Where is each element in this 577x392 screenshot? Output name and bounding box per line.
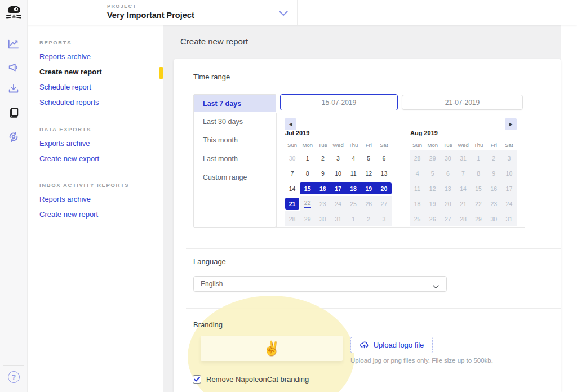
- nav-section-title-data-exports: DATA EXPORTS: [27, 126, 163, 132]
- analytics-chart-icon[interactable]: [7, 37, 20, 51]
- sidebar-item-inbox-create-new-report[interactable]: Create new report: [27, 207, 163, 222]
- page-title: Create new report: [180, 37, 248, 46]
- victory-hand-emoji: ✌: [263, 341, 280, 355]
- calendar-day[interactable]: 20: [376, 181, 392, 196]
- calendar-day[interactable]: 21: [285, 196, 300, 211]
- calendar-day[interactable]: 15: [300, 181, 315, 196]
- calendar-day: 23: [486, 196, 501, 211]
- upload-logo-button[interactable]: Upload logo file: [350, 337, 433, 353]
- calendar-day[interactable]: 16: [315, 181, 330, 196]
- calendar-day: 30: [285, 150, 300, 166]
- calendar-day[interactable]: 10: [330, 166, 345, 181]
- calendar-day: 5: [425, 166, 440, 181]
- megaphone-icon[interactable]: [7, 61, 20, 74]
- day-of-week-header: Fri: [361, 140, 376, 150]
- calendar-day: 14: [455, 181, 471, 196]
- calendar-day[interactable]: 12: [361, 166, 376, 181]
- date-from-input[interactable]: 15-07-2019: [280, 94, 398, 110]
- calendar-day: 29: [425, 150, 440, 166]
- napoleoncat-logo[interactable]: [0, 0, 27, 25]
- calendar-day[interactable]: 13: [376, 166, 392, 181]
- calendar-day[interactable]: 7: [285, 166, 300, 181]
- language-select[interactable]: English: [193, 276, 447, 292]
- calendar-day: 24: [501, 196, 517, 211]
- calendar-day: 31: [501, 211, 517, 226]
- calendar-day[interactable]: 18: [346, 181, 361, 196]
- sidebar-item-inbox-reports-archive[interactable]: Reports archive: [27, 191, 163, 207]
- calendar-day[interactable]: 8: [300, 166, 315, 181]
- tab-last-7-days[interactable]: Last 7 days: [194, 95, 276, 112]
- remove-branding-checkbox-row[interactable]: Remove NapoleonCat branding: [193, 375, 309, 384]
- calendar-day: 22: [471, 196, 486, 211]
- report-form-card: Time range Last 7 days Last 30 days This…: [174, 59, 561, 392]
- sidebar-item-exports-archive[interactable]: Exports archive: [27, 136, 163, 151]
- sidebar-item-reports-archive[interactable]: Reports archive: [27, 49, 163, 64]
- calendar-day[interactable]: 14: [285, 181, 300, 196]
- calendar-day[interactable]: 17: [330, 181, 345, 196]
- calendar-grid-aug: SunMonTueWedThuFriSat2829303112345678910…: [410, 140, 517, 226]
- calendar-day: 4: [410, 166, 425, 181]
- tab-last-30-days[interactable]: Last 30 days: [194, 112, 276, 131]
- calendar-day: 6: [440, 166, 455, 181]
- calendar-day[interactable]: 3: [330, 150, 345, 166]
- nav-section-title-inbox-activity-reports: INBOX ACTIVITY REPORTS: [27, 182, 163, 188]
- checkbox-checked-icon[interactable]: [193, 375, 201, 384]
- tab-custom-range[interactable]: Custom range: [194, 168, 276, 186]
- section-divider: [186, 248, 561, 249]
- sidebar-item-scheduled-reports[interactable]: Scheduled reports: [27, 95, 163, 110]
- day-of-week-header: Tue: [440, 140, 455, 150]
- sidebar-item-create-new-export[interactable]: Create new export: [27, 151, 163, 166]
- top-bar: PROJECT Very Important Project: [27, 0, 577, 25]
- sidebar-item-schedule-report[interactable]: Schedule report: [27, 79, 163, 95]
- calendar-day[interactable]: 5: [361, 150, 376, 166]
- project-label: PROJECT: [107, 3, 194, 9]
- help-icon[interactable]: ?: [8, 371, 20, 383]
- logo-preview-box: ✌: [201, 336, 343, 361]
- calendar-day[interactable]: 11: [346, 166, 361, 181]
- calendar-day: 26: [361, 196, 376, 211]
- upload-logo-button-label: Upload logo file: [374, 341, 424, 349]
- day-of-week-header: Thu: [471, 140, 486, 150]
- automation-gear-icon[interactable]: [7, 130, 20, 144]
- calendar-day[interactable]: 4: [346, 150, 361, 166]
- calendar-day: 21: [455, 196, 471, 211]
- calendar-day: 23: [315, 196, 330, 211]
- calendar-day: 29: [300, 211, 315, 226]
- calendar-day: 30: [315, 211, 330, 226]
- language-label: Language: [193, 257, 226, 266]
- calendar-day[interactable]: 9: [315, 166, 330, 181]
- calendar-next-button[interactable]: ▶: [505, 118, 517, 130]
- calendar-day[interactable]: 2: [315, 150, 330, 166]
- time-range-label: Time range: [193, 73, 230, 81]
- rail-divider: [3, 365, 24, 366]
- month-label-left: Jul 2019: [285, 130, 309, 136]
- reports-documents-icon[interactable]: [7, 106, 20, 119]
- day-of-week-header: Sun: [410, 140, 425, 150]
- calendar-day: 1: [346, 211, 361, 226]
- calendar-day: 22: [300, 196, 315, 211]
- tab-last-month[interactable]: Last month: [194, 149, 276, 168]
- calendar-day[interactable]: 19: [361, 181, 376, 196]
- chevron-down-icon[interactable]: [279, 9, 288, 19]
- tab-this-month[interactable]: This month: [194, 131, 276, 149]
- calendar-day: 3: [376, 211, 392, 226]
- topbar-divider: [297, 0, 298, 25]
- calendar-day: 2: [486, 150, 501, 166]
- day-of-week-header: Wed: [455, 140, 471, 150]
- download-export-icon[interactable]: [7, 82, 20, 96]
- calendar-day: 8: [471, 166, 486, 181]
- calendar-day: 28: [410, 150, 425, 166]
- date-to-input[interactable]: 21-07-2019: [402, 95, 523, 110]
- calendar-day: 28: [455, 211, 471, 226]
- calendar-day: 2: [361, 211, 376, 226]
- sidebar-item-create-new-report[interactable]: Create new report: [27, 64, 163, 79]
- calendar-day[interactable]: 6: [376, 150, 392, 166]
- project-selector[interactable]: PROJECT Very Important Project: [107, 3, 194, 20]
- calendar-day: 15: [471, 181, 486, 196]
- calendar-prev-button[interactable]: ◀: [285, 118, 296, 130]
- nav-section-title-reports: REPORTS: [27, 39, 163, 46]
- calendar-day[interactable]: 1: [300, 150, 315, 166]
- day-of-week-header: Mon: [300, 140, 315, 150]
- day-of-week-header: Wed: [330, 140, 345, 150]
- icon-rail: ?: [0, 0, 28, 392]
